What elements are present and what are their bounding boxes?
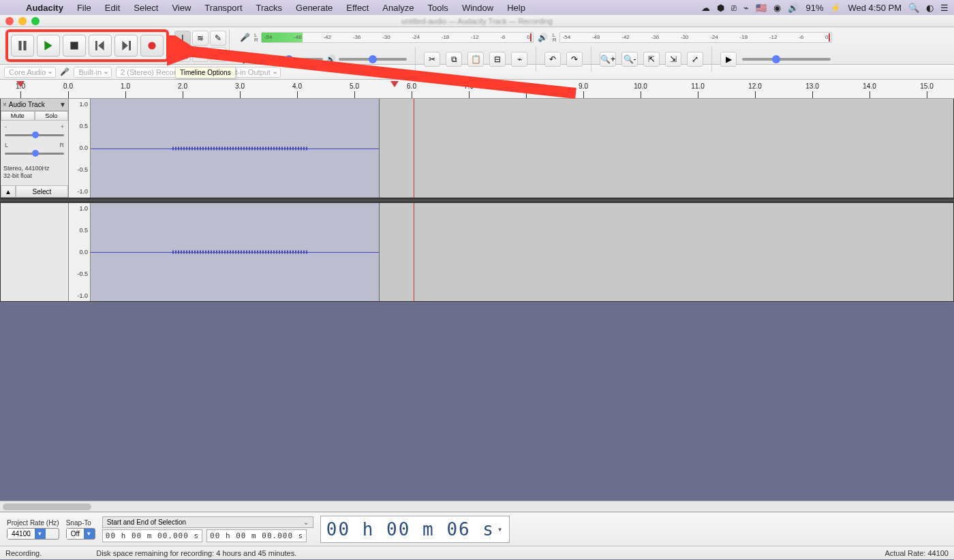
snap-to-select[interactable]: Off▾	[66, 528, 95, 540]
control-center-icon[interactable]: ☰	[940, 3, 949, 13]
stop-button[interactable]	[63, 35, 86, 57]
track-select-button[interactable]: Select	[16, 185, 68, 198]
playback-volume-slider[interactable]	[339, 58, 407, 61]
waveform-right-channel[interactable]	[91, 203, 953, 301]
screen-mirror-icon[interactable]: ⎚	[731, 3, 737, 13]
solo-button[interactable]: Solo	[35, 111, 69, 121]
track-bitdepth-info: 32-bit float	[3, 172, 65, 180]
macos-menubar: Audacity File Edit Select View Transport…	[0, 0, 954, 15]
bluetooth-icon[interactable]: ⌁	[743, 3, 749, 13]
record-button[interactable]	[140, 35, 164, 57]
menu-window[interactable]: Window	[455, 3, 500, 13]
battery-icon[interactable]: ⚡	[830, 3, 841, 13]
horizontal-scrollbar[interactable]	[0, 501, 954, 512]
menu-effect[interactable]: Effect	[339, 3, 375, 13]
app-name[interactable]: Audacity	[19, 3, 70, 13]
cut-button[interactable]: ✂	[424, 52, 440, 67]
shield-icon[interactable]: ⬢	[717, 3, 724, 13]
close-window-button[interactable]	[5, 17, 14, 25]
track-name[interactable]: Audio Track	[9, 101, 45, 108]
menu-tools[interactable]: Tools	[421, 3, 455, 13]
silence-button[interactable]: ⌁	[511, 52, 527, 67]
selection-tool[interactable]: I	[174, 31, 191, 46]
menu-select[interactable]: Select	[127, 3, 165, 13]
rec-meter-lr: LR	[254, 33, 258, 42]
skip-start-button[interactable]	[89, 35, 112, 57]
waveform-left-channel[interactable]	[91, 99, 953, 198]
play-speed-slider[interactable]	[742, 58, 831, 61]
timeshift-tool[interactable]: ↔	[192, 47, 209, 62]
track-close-button[interactable]: ×	[3, 101, 7, 108]
menu-file[interactable]: File	[70, 3, 98, 13]
track-collapse-button[interactable]: ▲	[1, 185, 16, 198]
siri-icon[interactable]: ◐	[926, 3, 934, 13]
pause-button[interactable]	[11, 35, 34, 57]
fit-project-button[interactable]: ⇲	[665, 52, 681, 67]
play-at-speed-button[interactable]: ▶	[720, 52, 737, 67]
paste-button[interactable]: 📋	[467, 52, 484, 67]
mic-icon: 🎤	[238, 31, 251, 44]
menu-view[interactable]: View	[165, 3, 198, 13]
menu-transport[interactable]: Transport	[198, 3, 249, 13]
recording-meter[interactable]: -54-48-42-36-30-24-18-12-60	[261, 32, 534, 43]
transport-controls-highlight	[5, 29, 169, 62]
project-rate-select[interactable]: 44100▾	[7, 528, 59, 540]
svg-point-6	[148, 42, 155, 49]
multi-tool[interactable]: ✳	[210, 47, 226, 62]
selection-end-time[interactable]: 00 h 00 m 00.000 s	[206, 529, 307, 542]
mic-gain-icon: 🎤	[242, 55, 252, 64]
window-titlebar: untitled-audio — Audacity Track — Record…	[0, 15, 954, 27]
menu-tracks[interactable]: Tracks	[249, 3, 290, 13]
track-pan-slider[interactable]	[5, 153, 64, 155]
draw-tool[interactable]: ✎	[210, 31, 226, 46]
mute-button[interactable]: Mute	[1, 111, 35, 121]
download-icon[interactable]: ☁︎	[701, 3, 710, 13]
zoom-tool[interactable]: 🔍	[174, 47, 191, 62]
timeline-ruler[interactable]: 1.00.01.02.03.04.05.06.07.08.09.010.011.…	[0, 80, 954, 99]
menu-edit[interactable]: Edit	[98, 3, 127, 13]
speaker-icon: 🔊	[536, 31, 550, 44]
menu-generate[interactable]: Generate	[289, 3, 339, 13]
flag-icon[interactable]: 🇺🇸	[756, 3, 767, 13]
skip-end-button[interactable]	[114, 35, 138, 57]
input-device-select[interactable]: Built-in	[74, 67, 112, 78]
track-menu-dropdown[interactable]: ▼	[59, 101, 66, 108]
vertical-scale-right: 1.00.50.0-0.5-1.0	[69, 203, 91, 301]
svg-rect-1	[18, 41, 21, 50]
clock[interactable]: Wed 4:50 PM	[848, 3, 902, 13]
status-bar: Recording. Disk space remaining for reco…	[0, 546, 954, 559]
trim-button[interactable]: ⊟	[489, 52, 506, 67]
zoom-window-button[interactable]	[31, 17, 40, 25]
play-button[interactable]	[37, 35, 60, 57]
selection-mode-select[interactable]: Start and End of Selection	[102, 516, 313, 528]
audio-position-time[interactable]: 00 h 00 m 06 s	[320, 516, 510, 543]
speaker-out-icon: 🔊	[326, 55, 336, 64]
track-format-info: Stereo, 44100Hz	[3, 165, 65, 172]
mic-device-icon: 🎤	[60, 67, 70, 76]
zoom-toggle-button[interactable]: ⤢	[687, 52, 703, 67]
redo-button[interactable]: ↷	[566, 52, 583, 67]
fit-selection-button[interactable]: ⇱	[643, 52, 660, 67]
copy-button[interactable]: ⧉	[446, 52, 462, 67]
recording-volume-slider[interactable]	[255, 58, 323, 61]
svg-rect-5	[129, 41, 131, 50]
spotlight-icon[interactable]: 🔍	[908, 3, 919, 13]
track-gain-slider[interactable]	[5, 134, 64, 136]
selection-start-time[interactable]: 00 h 00 m 00.000 s	[102, 529, 202, 542]
status-recording: Recording.	[5, 549, 42, 557]
wifi-icon[interactable]: ◉	[773, 3, 781, 13]
main-toolbar: I ≋ ✎ 🔍 ↔ ✳ 🎤 LR -54-48-42-36-30-24-18-1…	[0, 27, 954, 65]
minimize-window-button[interactable]	[18, 17, 27, 25]
audio-host-select[interactable]: Core Audio	[4, 67, 56, 78]
selection-toolbar: Project Rate (Hz) 44100▾ Snap-To Off▾ St…	[0, 512, 954, 546]
menu-help[interactable]: Help	[500, 3, 532, 13]
zoom-in-button[interactable]: 🔍+	[600, 52, 616, 67]
menu-analyze[interactable]: Analyze	[375, 3, 420, 13]
playback-meter[interactable]: -54-48-42-36-30-24-18-12-60	[559, 32, 832, 43]
zoom-out-button[interactable]: 🔍-	[621, 52, 638, 67]
undo-button[interactable]: ↶	[544, 52, 561, 67]
volume-icon[interactable]: 🔊	[788, 3, 799, 13]
empty-track-area[interactable]	[0, 318, 954, 501]
envelope-tool[interactable]: ≋	[192, 31, 209, 46]
track-control-panel: × Audio Track ▼ Mute Solo -+ LR Stereo, …	[1, 99, 69, 198]
